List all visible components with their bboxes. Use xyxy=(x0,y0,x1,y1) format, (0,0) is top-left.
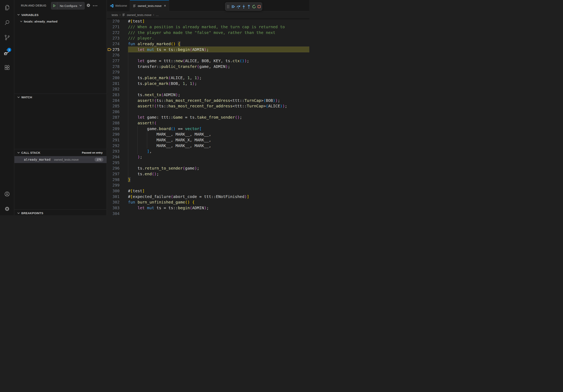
code-line-298[interactable]: 298} xyxy=(107,177,309,182)
line-number: 288 xyxy=(112,121,120,125)
line-number: 278 xyxy=(112,64,120,69)
code-text: #[expected_failure(abort_code = ttt::ENo… xyxy=(128,194,249,199)
breadcrumb-separator: › xyxy=(153,13,154,17)
code-line-273[interactable]: 273/// player. xyxy=(107,35,309,41)
code-line-297[interactable]: 297 ts.end(); xyxy=(107,171,309,177)
code-line-303[interactable]: 303 let mut ts = ts::begin(ADMIN); xyxy=(107,205,309,211)
code-line-294[interactable]: 294 ); xyxy=(107,154,309,160)
code-line-271[interactable]: 271/// When a position is already marked… xyxy=(107,24,309,30)
debug-toolbar xyxy=(225,2,262,11)
step-into-button[interactable] xyxy=(241,4,246,9)
tab-welcome[interactable]: Welcome xyxy=(107,0,130,11)
activity-item-settings[interactable] xyxy=(0,201,14,215)
section-call-stack[interactable]: CALL STACK Paused on entry xyxy=(14,149,106,156)
code-line-279[interactable]: 279 xyxy=(107,69,309,75)
line-number: 293 xyxy=(112,149,120,154)
code-line-274[interactable]: 274fun already_marked() { xyxy=(107,41,309,47)
move-file-icon xyxy=(122,13,125,16)
code-text: let game = ttt::new(ALICE, BOB, KEY, ts.… xyxy=(128,58,249,63)
activity-item-source-control[interactable] xyxy=(0,30,14,45)
frame-function-name: already_marked xyxy=(24,158,51,161)
activity-item-search[interactable] xyxy=(0,15,14,30)
code-line-272[interactable]: 272/// the player who made the "false" m… xyxy=(107,30,309,35)
debug-config-dropdown[interactable]: No Configura xyxy=(51,2,85,10)
step-over-button[interactable] xyxy=(236,4,241,9)
code-line-292[interactable]: 292 MARK__, MARK__, MARK__, xyxy=(107,143,309,148)
code-line-280[interactable]: 280 ts.place_mark(ALICE, 1, 1); xyxy=(107,75,309,81)
step-out-button[interactable] xyxy=(246,4,251,9)
debug-current-line-marker[interactable] xyxy=(107,48,112,51)
chevron-down-icon xyxy=(17,151,20,155)
code-text: ts.end(); xyxy=(128,171,159,176)
code-line-290[interactable]: 290 MARK__, MARK__, MARK__, xyxy=(107,131,309,137)
tab-owned-tests-move[interactable]: owned_tests.move × xyxy=(130,0,169,11)
code-text: assert!(!ts::has_most_recent_for_address… xyxy=(128,104,287,108)
line-number: 280 xyxy=(112,75,120,80)
code-line-295[interactable]: 295 xyxy=(107,160,309,165)
code-line-275[interactable]: 275 let mut ts = ts::begin(ADMIN); xyxy=(107,47,309,52)
line-number: 282 xyxy=(112,87,120,91)
breadcrumb: tests › owned_tests.move › … xyxy=(107,11,309,18)
code-line-282[interactable]: 282 xyxy=(107,86,309,92)
line-number: 286 xyxy=(112,109,120,114)
gear-icon xyxy=(4,206,10,212)
code-line-293[interactable]: 293 ], xyxy=(107,148,309,154)
code-text: fun already_marked() { xyxy=(128,41,180,46)
code-line-277[interactable]: 277 let game = ttt::new(ALICE, BOB, KEY,… xyxy=(107,58,309,64)
line-number: 273 xyxy=(112,36,120,40)
activity-item-extensions[interactable] xyxy=(0,60,14,75)
debug-settings-gear-icon[interactable] xyxy=(86,3,91,9)
code-lines: 270#[test]271/// When a position is alre… xyxy=(107,18,309,215)
code-line-284[interactable]: 284 assert!(ts::has_most_recent_for_addr… xyxy=(107,97,309,103)
activity-item-explorer[interactable] xyxy=(0,0,14,15)
frame-line-badge: 275 xyxy=(94,157,103,162)
activity-item-account[interactable] xyxy=(0,186,14,202)
section-breakpoints[interactable]: BREAKPOINTS xyxy=(14,209,106,215)
continue-button[interactable] xyxy=(231,4,236,9)
code-text: ts.place_mark(BOB, 1, 1); xyxy=(128,81,197,86)
close-icon[interactable]: × xyxy=(164,4,166,8)
code-line-281[interactable]: 281 ts.place_mark(BOB, 1, 1); xyxy=(107,80,309,86)
code-area[interactable]: 270#[test]271/// When a position is alre… xyxy=(107,18,309,215)
code-line-276[interactable]: 276 xyxy=(107,52,309,58)
toolbar-drag-handle[interactable] xyxy=(226,4,230,9)
code-line-286[interactable]: 286 xyxy=(107,109,309,115)
section-variables[interactable]: VARIABLES xyxy=(14,11,106,18)
line-number: 274 xyxy=(112,41,120,46)
source-control-icon xyxy=(4,34,10,41)
code-text: game.board() == vector[ xyxy=(128,126,202,131)
activity-item-run-and-debug[interactable]: 1 xyxy=(0,45,14,60)
section-watch[interactable]: WATCH xyxy=(14,93,106,101)
debug-status: Paused on entry xyxy=(82,151,102,154)
breadcrumb-item-tests[interactable]: tests xyxy=(112,13,118,17)
line-number: 296 xyxy=(112,166,120,170)
start-debug-icon[interactable] xyxy=(51,4,57,8)
section-title: BREAKPOINTS xyxy=(21,211,43,215)
call-stack-frame-row[interactable]: already_marked owned_tests.move 275 xyxy=(14,156,106,163)
code-line-304[interactable]: 304 xyxy=(107,211,309,215)
breadcrumb-item-symbol[interactable]: … xyxy=(156,13,159,17)
variables-scope-row[interactable]: locals: already_marked xyxy=(14,18,106,25)
code-text: let mut ts = ts::begin(ADMIN); xyxy=(128,47,209,52)
code-line-288[interactable]: 288 assert!( xyxy=(107,120,309,126)
code-line-289[interactable]: 289 game.board() == vector[ xyxy=(107,126,309,131)
code-line-300[interactable]: 300#[test] xyxy=(107,188,309,194)
restart-button[interactable] xyxy=(252,4,256,9)
code-line-283[interactable]: 283 ts.next_tx(ADMIN); xyxy=(107,92,309,98)
more-actions-icon[interactable] xyxy=(92,3,98,9)
code-line-278[interactable]: 278 transfer::public_transfer(game, ADMI… xyxy=(107,64,309,69)
breadcrumb-item-file[interactable]: owned_tests.move xyxy=(127,13,152,17)
stop-button[interactable] xyxy=(257,4,262,9)
code-line-285[interactable]: 285 assert!(!ts::has_most_recent_for_add… xyxy=(107,103,309,109)
code-line-299[interactable]: 299 xyxy=(107,182,309,188)
code-line-291[interactable]: 291 MARK__, MARK_X, MARK__, xyxy=(107,137,309,143)
chevron-down-icon xyxy=(20,20,23,23)
code-line-296[interactable]: 296 ts.return_to_sender(game); xyxy=(107,165,309,171)
code-line-302[interactable]: 302fun burn_unfinished_game() { xyxy=(107,199,309,205)
code-line-287[interactable]: 287 let game: ttt::Game = ts.take_from_s… xyxy=(107,115,309,120)
line-number: 272 xyxy=(112,30,120,35)
line-number: 283 xyxy=(112,92,120,97)
line-number: 290 xyxy=(112,132,120,137)
code-line-301[interactable]: 301#[expected_failure(abort_code = ttt::… xyxy=(107,194,309,199)
line-number: 304 xyxy=(112,211,120,215)
